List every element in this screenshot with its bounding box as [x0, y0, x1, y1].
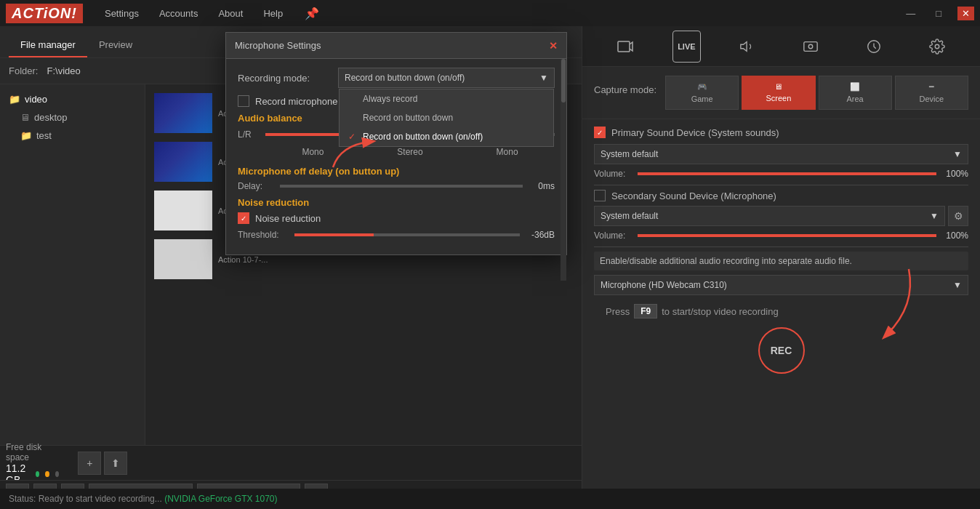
stereo-label: Stereo	[397, 147, 422, 157]
add-button[interactable]: +	[78, 452, 101, 475]
mic-device-select[interactable]: Microphone (HD Webcam C310) ▼	[594, 275, 968, 295]
capture-game-button[interactable]: 🎮 Game	[665, 76, 739, 110]
secondary-audio-row: Secondary Sound Device (Microphone)	[594, 190, 968, 201]
game-label: Game	[691, 95, 713, 103]
screenshot-icon[interactable]	[795, 31, 827, 63]
live-button[interactable]: LIVE	[672, 31, 700, 63]
secondary-device-value: System default	[601, 211, 658, 221]
title-bar: ACTiON! Settings Accounts About Help 📌 —…	[0, 0, 980, 26]
title-bar-left: ACTiON! Settings Accounts About Help 📌	[6, 4, 319, 23]
secondary-device-select[interactable]: System default ▼	[594, 206, 945, 226]
threshold-label: Threshold:	[238, 230, 289, 240]
video-mode-icon[interactable]	[609, 31, 641, 63]
check-selected: ✓	[348, 132, 358, 142]
primary-checkbox[interactable]: ✓	[594, 127, 606, 138]
nav-help[interactable]: Help	[256, 5, 290, 22]
secondary-checkbox[interactable]	[594, 190, 606, 201]
enable-audio-info: Enable/disable additional audio recordin…	[594, 252, 968, 270]
audio-icon[interactable]	[731, 31, 763, 63]
recording-mode-select[interactable]: Record on button down (on/off) ▼ Always …	[338, 68, 555, 88]
chevron-icon-2: ▼	[930, 211, 939, 221]
close-button[interactable]: ✕	[957, 7, 974, 20]
device-label: Device	[920, 95, 944, 103]
chevron-down-modal-icon: ▼	[539, 73, 548, 83]
lr-label: L/R	[238, 129, 260, 140]
mono-stereo-row: Mono Stereo Mono	[238, 147, 555, 157]
folder-icon: 📁	[9, 94, 20, 105]
maximize-button[interactable]: □	[931, 7, 946, 20]
dropdown-record-button-down[interactable]: Record on button down	[340, 108, 553, 127]
timer-icon[interactable]	[858, 31, 890, 63]
modal-header: Microphone Settings ✕	[226, 33, 566, 59]
area-icon: ⬜	[850, 82, 860, 92]
tab-file-manager[interactable]: File manager	[9, 33, 87, 57]
capture-screen-button[interactable]: 🖥 Screen	[742, 76, 815, 110]
secondary-volume-slider[interactable]	[638, 234, 936, 237]
right-panel: LIVE	[582, 26, 980, 509]
tab-preview[interactable]: Preview	[87, 33, 144, 57]
dot-gray	[55, 471, 59, 477]
device-icon: ━	[929, 82, 934, 92]
off-delay-title: Microphone off delay (on button up)	[238, 166, 555, 177]
mono-label-2: Mono	[497, 147, 518, 157]
delay-slider[interactable]	[280, 185, 523, 188]
free-space-label: Free disk space	[6, 442, 60, 462]
nav-settings[interactable]: Settings	[97, 5, 146, 22]
audio-section: ✓ Primary Sound Device (System sounds) S…	[582, 119, 980, 387]
nav-menu: Settings Accounts About Help	[97, 5, 290, 22]
dropdown-item-label-3: Record on button down (on/off)	[363, 132, 483, 142]
thumb-img-1	[154, 93, 212, 133]
primary-volume-slider[interactable]	[638, 172, 936, 175]
dropdown-record-button-down-onoff[interactable]: ✓ Record on button down (on/off)	[340, 127, 553, 146]
secondary-gear-button[interactable]: ⚙	[948, 206, 968, 226]
minimize-button[interactable]: —	[901, 7, 920, 20]
recording-mode-row: Recording mode: Record on button down (o…	[238, 68, 555, 88]
capture-area-button[interactable]: ⬜ Area	[819, 76, 892, 110]
threshold-row: Threshold: -36dB	[238, 230, 555, 240]
delay-label: Delay:	[238, 181, 274, 191]
microphone-settings-modal: Microphone Settings ✕ Recording mode: Re…	[225, 32, 567, 255]
modal-scrollbar[interactable]	[561, 59, 566, 281]
noise-label: Noise reduction	[255, 213, 321, 224]
pin-icon[interactable]: 📌	[305, 7, 319, 20]
tree-item-test[interactable]: 📁 test	[0, 127, 145, 145]
thumb-label-4: Action 10-7-...	[218, 255, 268, 264]
tree-label-video: video	[25, 94, 47, 105]
tree-item-desktop[interactable]: 🖥 desktop	[0, 108, 145, 127]
settings-icon[interactable]	[921, 31, 953, 63]
nav-accounts[interactable]: Accounts	[152, 5, 205, 22]
tree-item-video[interactable]: 📁 video	[0, 90, 145, 108]
recording-mode-label: Recording mode:	[238, 73, 332, 84]
folder-path[interactable]: F:\video	[47, 65, 80, 76]
modal-close-button[interactable]: ✕	[549, 40, 558, 52]
hotkey-prefix: Press	[606, 306, 630, 317]
rec-button[interactable]: REC	[758, 327, 805, 374]
delay-value: 0ms	[529, 181, 555, 191]
sidebar-tree: 📁 video 🖥 desktop 📁 test	[0, 84, 145, 445]
mic-device-value: Microphone (HD Webcam C310)	[601, 280, 727, 290]
app-logo: ACTiON!	[6, 4, 83, 23]
capture-device-button[interactable]: ━ Device	[895, 76, 968, 110]
noise-checkbox[interactable]: ✓	[238, 212, 249, 224]
svg-rect-2	[804, 41, 817, 51]
thumb-img-4	[154, 239, 212, 279]
threshold-slider[interactable]	[294, 233, 520, 236]
off-delay-section: Microphone off delay (on button up) Dela…	[238, 166, 555, 191]
primary-device-select[interactable]: System default ▼	[594, 144, 968, 164]
svg-rect-0	[618, 41, 630, 52]
modal-scrollbar-thumb	[561, 59, 566, 103]
nav-about[interactable]: About	[211, 5, 250, 22]
upload-button[interactable]: ⬆	[104, 452, 127, 475]
tree-label-test: test	[36, 130, 52, 141]
secondary-audio-label: Secondary Sound Device (Microphone)	[611, 191, 776, 201]
noise-check-row: ✓ Noise reduction	[238, 212, 555, 224]
record-mic-checkbox[interactable]	[238, 95, 249, 107]
screen-label: Screen	[766, 94, 791, 103]
noise-title: Noise reduction	[238, 197, 555, 208]
title-bar-right: — □ ✕	[901, 7, 974, 20]
dropdown-always-record[interactable]: Always record	[340, 89, 553, 108]
dropdown-item-label-1: Always record	[363, 94, 417, 104]
primary-audio-label: Primary Sound Device (System sounds)	[611, 127, 779, 138]
hotkey-suffix: to start/stop video recording	[662, 306, 778, 317]
primary-volume-row: Volume: 100%	[594, 169, 968, 179]
